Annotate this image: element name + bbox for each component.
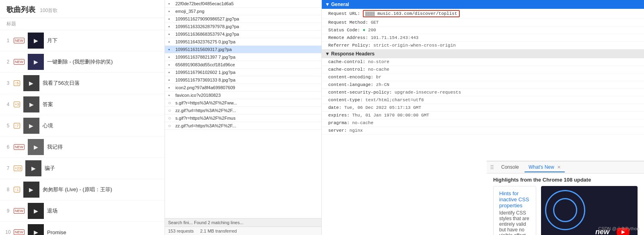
network-item[interactable]: ▪ emoji_357.png (165, 8, 321, 15)
song-row[interactable]: 2 NEW ▶ 一键删除 - (我想删掉你的笑) (0, 51, 165, 73)
header-value: upgrade-insecure-requests (395, 90, 461, 95)
network-item-icon: ▪ (168, 85, 174, 90)
song-row[interactable]: 6 NEW ▶ 我记得 (0, 137, 165, 158)
network-item[interactable]: ▪ 10995116797369133 8.jpg?pa (165, 76, 321, 84)
network-item[interactable]: ▪ 22f0de72becf0485ecac1d6a5 (165, 0, 321, 8)
song-thumbnail: ▶ (23, 75, 39, 91)
remote-address-value: 101.71.154.243:443 (371, 35, 419, 40)
song-number: 3 (3, 80, 13, 86)
song-thumbnail: ▶ (28, 203, 44, 219)
general-section-header[interactable]: ▼ General (322, 0, 644, 9)
request-method-value: GET (371, 20, 379, 25)
network-item[interactable]: ○ zz.gif?url=https%3A%2F%2F... (165, 122, 321, 130)
bottom-panel: ⠿ Console What's New ✕ Highlights from t… (487, 161, 644, 235)
song-info: 骗子 (45, 165, 161, 172)
song-thumbnail: ▶ (23, 96, 39, 112)
song-badge: ↑1 (14, 187, 20, 193)
remote-address-row: Remote Address: 101.71.154.243:443 (322, 34, 644, 42)
play-icon: ▶ (29, 101, 34, 108)
network-item-icon: ▪ (168, 54, 174, 60)
song-list-panel: 歌曲列表 100首歌 标题 1 NEW ▶ 月下 2 NEW ▶ 一键删除 - … (0, 0, 165, 235)
referrer-policy-label: Referrer Policy: (328, 43, 371, 48)
header-key: date: (328, 105, 342, 110)
network-item[interactable]: ▪ 10995116796102602 1.jpg?pa (165, 69, 321, 76)
song-thumbnail: ▶ (25, 160, 41, 176)
play-icon: ▶ (29, 80, 33, 86)
tab-console[interactable]: Console (497, 163, 523, 172)
network-item[interactable]: ▪ 10995116378821397 7.jpg?pa (165, 53, 321, 61)
header-key: server: (328, 128, 347, 133)
song-thumbnail: ▶ (28, 33, 44, 49)
response-header-row: content-type: text/html;charset=utf8 (322, 96, 644, 104)
song-list-title: 歌曲列表 (6, 6, 35, 14)
network-item-name: 10995116797369133 8.jpg?pa (175, 78, 235, 82)
song-row[interactable]: 1 NEW ▶ 月下 (0, 30, 165, 51)
referrer-policy-value: strict-origin-when-cross-origin (373, 43, 456, 48)
song-info: 月下 (47, 37, 161, 44)
song-info: 答案 (43, 101, 161, 108)
header-key: cache-control: (328, 67, 365, 72)
network-item-icon: ▪ (168, 24, 174, 29)
network-item[interactable]: ▪ icon2.png?97a8f4a699807609 (165, 84, 321, 92)
response-headers-section-header[interactable]: ▼ Response Headers (322, 49, 644, 58)
song-row[interactable]: 10 NEW ▶ Promise (0, 222, 165, 235)
header-key: content-encoding: (328, 75, 373, 80)
song-number: 1 (3, 38, 13, 43)
search-result-text: Search fini... Found 2 matching lines... (168, 220, 243, 225)
song-name: 我记得 (47, 143, 161, 151)
request-count: 153 requests (168, 229, 194, 233)
song-thumbnail: ▶ (28, 54, 44, 70)
song-row[interactable]: 5 ↑7 ▶ 心境 (0, 115, 165, 137)
network-item[interactable]: ▪ favicon.ico?v20180823 (165, 92, 321, 99)
song-info: 心境 (43, 122, 161, 129)
network-item-name: 22f0de72becf0485ecac1d6a5 (175, 1, 234, 6)
song-thumbnail: ▶ (28, 224, 44, 235)
song-row[interactable]: 9 NEW ▶ 退场 (0, 200, 165, 222)
tab-whats-new[interactable]: What's New ✕ (525, 163, 565, 172)
network-item[interactable]: ▪ 10995116368683537974.jpg?pa (165, 31, 321, 38)
response-header-row: content-language: zh-CN (322, 81, 644, 89)
csdn-watermark: CSDN @小鱼Python (598, 226, 639, 232)
header-value: Tue, 06 Dec 2022 05:17:13 GMT (344, 105, 421, 110)
song-info: 我记得 (47, 143, 161, 151)
network-item-name: favicon.ico?v20180823 (175, 93, 221, 98)
header-value: no-cache (352, 121, 373, 125)
network-item-name: icon2.png?97a8f4a699807609 (175, 85, 235, 90)
network-item[interactable]: ○ s.gif?r=https%3A%2F%2Fmus (165, 114, 321, 122)
network-item[interactable]: ▪ 10995116279090986527.jpg?pa (165, 15, 321, 23)
tab-dots: ⠿ (490, 164, 494, 171)
song-row[interactable]: 7 +23 ▶ 骗子 (0, 158, 165, 179)
network-list[interactable]: ▪ 22f0de72becf0485ecac1d6a5 ▪ emoji_357.… (165, 0, 321, 218)
song-thumbnail: ▶ (23, 118, 39, 134)
network-item[interactable]: ▪ 10995116315609317.jpg?pa (165, 46, 321, 53)
play-icon: ▶ (34, 37, 38, 44)
network-item[interactable]: ○ s.gif?r=https%3A%2F%2Fww... (165, 99, 321, 107)
response-header-row: pragrma: no-cache (322, 119, 644, 127)
song-row[interactable]: 8 ↑1 ▶ 匆匆那年 (Live) - (原唱：王菲) (0, 179, 165, 200)
play-icon: ▶ (34, 229, 38, 235)
network-item[interactable]: ▪ 10995116432376275 0.jpg?pa (165, 38, 321, 46)
network-item[interactable]: ▪ 6568919083dd55ccf181d96ce (165, 61, 321, 69)
network-item-icon: ○ (168, 108, 174, 113)
network-item[interactable]: ▪ 10995116332628797978.jpg?pa (165, 23, 321, 31)
header-value: Thu, 01 Jan 1970 00:00:00 GMT (352, 113, 429, 118)
remote-address-label: Remote Address: (328, 35, 368, 40)
request-method-row: Request Method: GET (322, 19, 644, 27)
network-panel: ▪ 22f0de72becf0485ecac1d6a5 ▪ emoji_357.… (165, 0, 322, 235)
status-code-row: Status Code: ● 200 (322, 27, 644, 34)
network-item[interactable]: ○ zz.gif?url=https%3A%2F%2F... (165, 107, 321, 114)
song-rows[interactable]: 1 NEW ▶ 月下 2 NEW ▶ 一键删除 - (我想删掉你的笑) 3 ↑5… (0, 30, 165, 235)
whats-new-card-1: Hints for inactive CSS properties Identi… (493, 186, 536, 235)
response-header-row: content-security-policy: upgrade-insecur… (322, 89, 644, 96)
song-row[interactable]: 3 ↑5 ▶ 我看了56次日落 (0, 73, 165, 94)
card-link-1[interactable]: Hints for inactive CSS properties (499, 190, 530, 208)
song-name: 退场 (47, 207, 161, 215)
song-row[interactable]: 4 +3 ▶ 答案 (0, 94, 165, 115)
header-key: cache-control: (328, 59, 365, 64)
song-info: 退场 (47, 207, 161, 215)
song-thumbnail: ▶ (28, 139, 44, 155)
status-code-label: Status Code: (328, 28, 360, 33)
network-item-icon: ▪ (168, 62, 174, 67)
tab-close-icon[interactable]: ✕ (557, 165, 561, 170)
song-info: 我看了56次日落 (43, 80, 161, 87)
